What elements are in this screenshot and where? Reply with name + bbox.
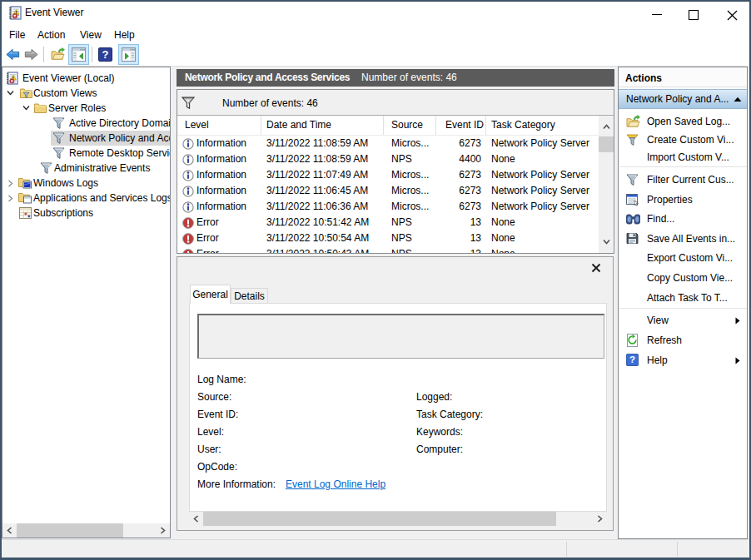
svg-text:?: ?: [102, 48, 109, 61]
svg-text:?: ?: [629, 354, 635, 364]
